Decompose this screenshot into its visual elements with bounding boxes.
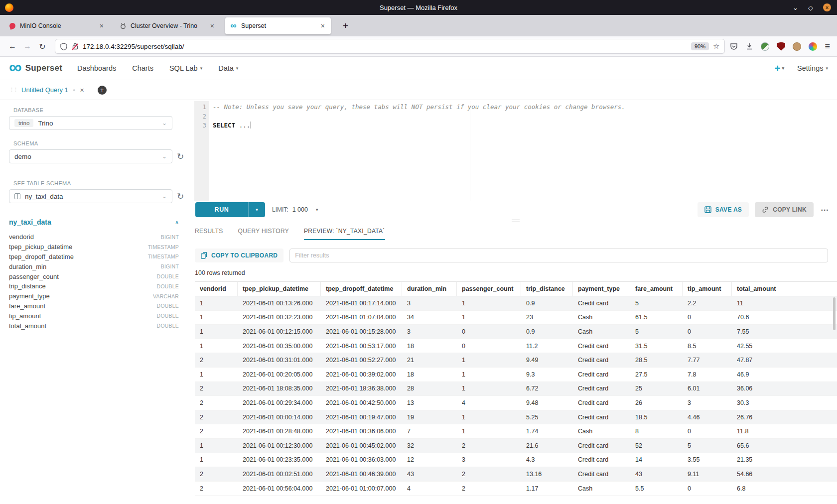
run-options-caret-icon[interactable]: ▾ <box>248 202 265 217</box>
table-row[interactable]: 1 2021-06-01 00:12:15.000 2021-06-01 00:… <box>195 325 837 339</box>
column-row[interactable]: tpep_dropoff_datetime TIMESTAMP <box>9 252 179 262</box>
reload-icon[interactable]: ↻ <box>35 39 50 54</box>
limit-dropdown[interactable]: LIMIT: 1 000 ▾ <box>272 206 318 213</box>
cell-distance: 13.16 <box>521 471 573 478</box>
run-button[interactable]: RUN ▾ <box>195 202 265 217</box>
maximize-icon[interactable]: ◇ <box>808 4 813 11</box>
refresh-table-icon[interactable]: ↻ <box>177 192 184 201</box>
superset-brand[interactable]: Superset <box>25 63 62 73</box>
url-text[interactable]: 172.18.0.4:32295/superset/sqllab/ <box>83 43 184 50</box>
results-header-cell[interactable]: trip_distance <box>521 282 573 296</box>
save-as-button[interactable]: SAVE AS <box>698 202 749 217</box>
filter-results-input[interactable] <box>289 249 828 262</box>
table-row[interactable]: 2 2021-06-01 00:00:14.000 2021-06-01 00:… <box>195 410 837 425</box>
cell-total: 54.66 <box>732 471 837 478</box>
results-header-cell[interactable]: tpep_dropoff_datetime <box>321 282 402 296</box>
nav-dashboards[interactable]: Dashboards <box>77 64 116 72</box>
forward-icon[interactable]: → <box>20 39 35 54</box>
query-tab[interactable]: ⋮⋮ Untitled Query 1 ● × <box>9 86 84 94</box>
extension-icon[interactable] <box>761 42 769 51</box>
minimize-icon[interactable]: ⌄ <box>793 4 798 11</box>
new-tab-button[interactable]: + <box>339 20 352 31</box>
tab-close-icon[interactable]: × <box>319 22 326 30</box>
column-row[interactable]: passenger_count DOUBLE <box>9 271 179 281</box>
browser-tab-superset[interactable]: ∞ Superset × <box>225 17 331 34</box>
extension-shield-icon[interactable] <box>777 42 785 51</box>
pane-resizer[interactable] <box>194 219 837 224</box>
new-item-button[interactable]: +▾ <box>775 63 784 74</box>
tab-results[interactable]: RESULTS <box>195 228 223 239</box>
column-row[interactable]: fare_amount DOUBLE <box>9 301 179 311</box>
hamburger-menu-icon[interactable]: ≡ <box>825 41 830 52</box>
table-row[interactable]: 1 2021-06-01 00:12:30.000 2021-06-01 00:… <box>195 439 837 453</box>
downloads-icon[interactable] <box>745 42 753 50</box>
back-icon[interactable]: ← <box>5 39 20 54</box>
tab-preview[interactable]: PREVIEW: `NY_TAXI_DATA` <box>304 228 385 240</box>
copy-link-button[interactable]: COPY LINK <box>755 202 814 217</box>
zoom-indicator[interactable]: 90% <box>691 42 709 50</box>
table-row[interactable]: 1 2021-06-01 00:35:00.000 2021-06-01 00:… <box>195 339 837 354</box>
results-header-cell[interactable]: duration_min <box>402 282 457 296</box>
table-row[interactable]: 2 2021-06-01 00:28:48.000 2021-06-01 00:… <box>195 424 837 439</box>
column-row[interactable]: trip_distance DOUBLE <box>9 281 179 291</box>
column-type: BIGINT <box>161 263 179 269</box>
table-row[interactable]: 1 2021-06-01 00:13:26.000 2021-06-01 00:… <box>195 296 837 311</box>
table-row[interactable]: 2 2021-06-01 00:31:01.000 2021-06-01 00:… <box>195 353 837 368</box>
url-bar[interactable]: 172.18.0.4:32295/superset/sqllab/ 90% ☆ <box>55 39 725 54</box>
table-row[interactable]: 1 2021-06-01 00:20:05.000 2021-06-01 00:… <box>195 368 837 382</box>
table-name-heading[interactable]: ny_taxi_data <box>9 218 51 226</box>
extension-icon[interactable] <box>793 42 801 51</box>
tab-close-icon[interactable]: × <box>209 22 216 30</box>
browser-tab-minio[interactable]: MinIO Console × <box>4 17 110 34</box>
tab-close-icon[interactable]: × <box>98 22 105 30</box>
copy-to-clipboard-button[interactable]: COPY TO CLIPBOARD <box>195 249 283 262</box>
table-row[interactable]: 2 2021-06-01 00:56:04.000 2021-06-01 01:… <box>195 482 837 496</box>
schema-select[interactable]: demo ⌄ <box>9 149 172 163</box>
results-header-cell[interactable]: payment_type <box>573 282 630 296</box>
column-row[interactable]: tip_amount DOUBLE <box>9 311 179 321</box>
column-row[interactable]: payment_type VARCHAR <box>9 291 179 301</box>
nav-data[interactable]: Data▾ <box>218 64 238 72</box>
results-scrollbar[interactable] <box>833 297 836 330</box>
add-query-tab-button[interactable]: + <box>98 86 107 95</box>
pocket-icon[interactable] <box>730 42 738 50</box>
query-tab-close-icon[interactable]: × <box>80 86 84 94</box>
nav-sql-lab[interactable]: SQL Lab▾ <box>169 64 202 72</box>
insecure-lock-icon[interactable] <box>71 43 79 50</box>
results-header-cell[interactable]: total_amount <box>732 282 837 296</box>
sql-editor[interactable]: 123 -- Note: Unless you save your query,… <box>194 101 837 201</box>
table-row[interactable]: 1 2021-06-01 00:32:23.000 2021-06-01 01:… <box>195 311 837 325</box>
results-table-body[interactable]: 1 2021-06-01 00:13:26.000 2021-06-01 00:… <box>195 296 837 504</box>
cell-duration: 34 <box>402 314 457 321</box>
drag-handle-icon[interactable]: ⋮⋮ <box>9 87 17 93</box>
column-row[interactable]: vendorid BIGINT <box>9 232 179 242</box>
database-select[interactable]: trino Trino ⌄ <box>9 116 172 130</box>
browser-tab-trino[interactable]: Cluster Overview - Trino × <box>115 17 220 34</box>
more-options-icon[interactable]: ⋯ <box>821 205 829 215</box>
column-row[interactable]: duration_min BIGINT <box>9 261 179 271</box>
refresh-schema-icon[interactable]: ↻ <box>177 152 184 161</box>
shield-icon[interactable] <box>60 43 67 50</box>
close-window-icon[interactable]: × <box>823 3 831 11</box>
column-row[interactable]: total_amount DOUBLE <box>9 321 179 331</box>
results-header-cell[interactable]: tpep_pickup_datetime <box>238 282 321 296</box>
results-header-cell[interactable]: passenger_count <box>457 282 521 296</box>
collapse-table-icon[interactable]: ∧ <box>175 219 179 226</box>
table-row[interactable]: 2 2021-06-01 00:02:51.000 2021-06-01 00:… <box>195 467 837 482</box>
caret-down-icon: ▾ <box>236 66 239 71</box>
tab-query-history[interactable]: QUERY HISTORY <box>238 228 289 239</box>
extension-icon[interactable] <box>809 42 817 51</box>
table-select[interactable]: ny_taxi_data ⌄ <box>9 189 172 203</box>
code-area[interactable]: -- Note: Unless you save your query, the… <box>209 101 837 201</box>
results-header-cell[interactable]: fare_amount <box>630 282 683 296</box>
settings-menu[interactable]: Settings▾ <box>797 64 828 72</box>
column-row[interactable]: tpep_pickup_datetime TIMESTAMP <box>9 242 179 252</box>
table-row[interactable]: 2 2021-06-01 00:29:34.000 2021-06-01 00:… <box>195 396 837 410</box>
query-tab-title[interactable]: Untitled Query 1 <box>21 86 68 94</box>
results-header-cell[interactable]: vendorid <box>195 282 238 296</box>
bookmark-star-icon[interactable]: ☆ <box>713 42 719 51</box>
nav-charts[interactable]: Charts <box>132 64 153 72</box>
table-row[interactable]: 1 2021-06-01 00:23:35.000 2021-06-01 00:… <box>195 453 837 468</box>
results-header-cell[interactable]: tip_amount <box>683 282 732 296</box>
table-row[interactable]: 2 2021-06-01 18:08:35.000 2021-06-01 18:… <box>195 382 837 396</box>
